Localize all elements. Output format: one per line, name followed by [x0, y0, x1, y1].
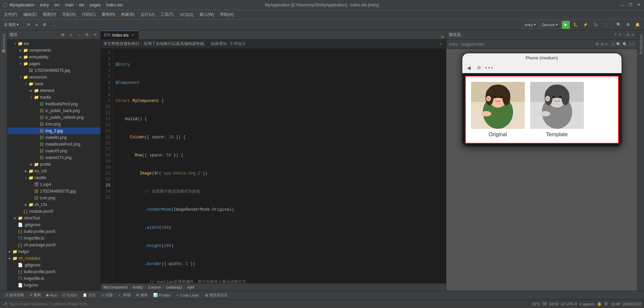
- todo-btn[interactable]: ☑ TODO: [60, 292, 79, 299]
- preview-close-icon[interactable]: ✕: [631, 33, 635, 37]
- tree-collapse-icon[interactable]: ≡: [67, 32, 74, 38]
- phone-rotate-btn[interactable]: ⟳: [475, 64, 483, 72]
- tree-item-ohostest[interactable]: ▶ 📁 ohosTest: [7, 215, 100, 221]
- tab-close-button[interactable]: ✕: [130, 33, 135, 38]
- tree-item-ic-refresh[interactable]: 🖼 ic_public_refresh.png: [7, 114, 100, 121]
- tree-item-gitignore[interactable]: 📄 .gitignore: [7, 221, 100, 228]
- tree-item-watchgt4[interactable]: 🖼 watchGT4.png: [7, 154, 100, 161]
- tree-item-mate60[interactable]: 🖼 mate60.png: [7, 134, 100, 141]
- tree-item-ic-back[interactable]: 🖼 ic_public_back.png: [7, 107, 100, 114]
- menu-build[interactable]: 构建(B): [119, 11, 137, 18]
- menu-refactor[interactable]: 重构(R): [99, 11, 118, 18]
- preview-reset-icon[interactable]: 1:1: [629, 42, 635, 47]
- tree-item-ets[interactable]: ▾ 📁 ets: [7, 40, 100, 47]
- preview-filter-icon[interactable]: ↓: [623, 33, 625, 37]
- breadcrumb-src[interactable]: src: [54, 3, 59, 7]
- log-btn[interactable]: 📋 日志: [81, 292, 98, 299]
- profile-button[interactable]: ⚡: [581, 21, 590, 29]
- services-btn[interactable]: ⚙ 服务: [134, 292, 150, 299]
- project-dropdown[interactable]: ☰ 项目 ▾: [2, 21, 21, 29]
- menu-tools[interactable]: 工具(T): [158, 11, 176, 18]
- settings-gear-btn[interactable]: ⚙: [625, 21, 632, 29]
- tree-item-base[interactable]: ▾ 📁 base: [7, 81, 100, 87]
- code-linter-btn[interactable]: ✓ Code Linter: [174, 292, 201, 299]
- tree-item-resources[interactable]: ▾ 📁 resources: [7, 74, 100, 81]
- tree-item-oh-package[interactable]: { } oh-package.json5: [7, 242, 100, 248]
- tree-item-build-profile-root[interactable]: { } build-profile.json5: [7, 268, 100, 275]
- restore-button[interactable]: ❐: [628, 2, 633, 8]
- tree-item-en-us[interactable]: ▶ 📁 en_US: [7, 168, 100, 174]
- settings-btn[interactable]: ⚙: [41, 21, 48, 29]
- preview-layout-icon[interactable]: ⊞: [601, 42, 604, 47]
- tree-item-oh-modules[interactable]: ▶ 📁 oh_modules: [7, 255, 100, 262]
- tree-item-img2[interactable]: 🖼 img_2.jpg: [7, 127, 100, 134]
- tree-item-mp4[interactable]: 🎬 1.mp4: [7, 181, 100, 188]
- devices-dropdown[interactable]: Devices ▾: [540, 21, 560, 29]
- sync-icon-btn[interactable]: ⟳: [25, 21, 32, 29]
- breadcrumb-padding[interactable]: padding(): [166, 285, 182, 289]
- bookmarks-label[interactable]: Bookmarks: [1, 32, 6, 54]
- version-control-btn[interactable]: ⎇ 版本控制: [2, 292, 26, 299]
- breadcrumb-my-application[interactable]: MyApplication: [9, 3, 35, 7]
- tree-sort-icon[interactable]: ↕: [76, 32, 82, 38]
- menu-view[interactable]: 视图(V): [40, 11, 59, 18]
- phone-more-btn[interactable]: • • •: [485, 64, 493, 72]
- preview-resize-icon[interactable]: ⊡: [611, 42, 615, 47]
- problems-btn[interactable]: ⚠ 问题: [99, 292, 115, 299]
- notifications-sidebar-label[interactable]: Notifications: [638, 32, 644, 57]
- no-more-link[interactable]: 不再提示: [230, 41, 246, 47]
- menu-window[interactable]: 窗口(W): [197, 11, 217, 18]
- preview-refresh-icon[interactable]: ↺: [618, 33, 622, 37]
- tree-item-module-json[interactable]: { } module.json5: [7, 208, 100, 215]
- run-button[interactable]: ▶: [562, 21, 570, 29]
- tree-item-jpg-rawfile[interactable]: 🖼 1702344909275.jpg: [7, 188, 100, 195]
- menu-run[interactable]: 运行(U): [138, 11, 157, 18]
- tree-item-hvigor[interactable]: ▶ 📁 hvigor: [7, 248, 100, 255]
- notification-btn[interactable]: 🔔: [633, 21, 642, 29]
- menu-vcs[interactable]: VCS(S): [177, 12, 196, 18]
- preview-zoom-in-icon[interactable]: 🔍: [616, 42, 621, 47]
- preview-zoom-out-icon[interactable]: 🔍: [623, 42, 628, 47]
- ellipsis-btn[interactable]: …: [50, 21, 57, 29]
- preview-settings-icon[interactable]: T: [614, 33, 617, 37]
- structure-label[interactable]: 结构: [0, 54, 7, 58]
- breadcrumb-index-ets[interactable]: Index.ets: [106, 3, 123, 7]
- align-icon-btn[interactable]: ≡: [34, 21, 40, 29]
- breadcrumb-build[interactable]: build(): [133, 285, 143, 289]
- menu-navigate[interactable]: 导航(N): [59, 11, 79, 18]
- preview-more-icon[interactable]: ⚙: [626, 33, 630, 37]
- entry-dropdown[interactable]: entry ▾: [522, 21, 538, 29]
- breadcrumb-right[interactable]: right: [187, 285, 194, 289]
- tree-item-media[interactable]: ▾ 📁 media: [7, 94, 100, 101]
- tree-close-icon[interactable]: ✕: [92, 32, 98, 38]
- tree-item-profile[interactable]: ▶ 📁 profile: [7, 161, 100, 168]
- close-button[interactable]: ✕: [636, 2, 641, 8]
- search-everywhere-btn[interactable]: 🔍: [614, 21, 623, 29]
- tree-item-hvigorfile-root[interactable]: TS hvigorfile.ts: [7, 275, 100, 282]
- breadcrumb-ets[interactable]: ets: [79, 3, 84, 7]
- tree-item-hvigorw[interactable]: 📄 hvigorw: [7, 282, 100, 289]
- hide-notice-link[interactable]: 隐藏通知: [211, 41, 227, 47]
- tree-item-matebook[interactable]: 🖼 mateBookProX.png: [7, 141, 100, 148]
- tree-item-jpg-pages[interactable]: 🖼 1702344909275.jpg: [7, 67, 100, 74]
- tab-index-ets[interactable]: ETS Index.ets ✕: [101, 31, 139, 39]
- tree-layout-icon[interactable]: ⊞: [59, 32, 66, 38]
- tree-item-components[interactable]: ▶ 📁 components: [7, 47, 100, 54]
- menu-file[interactable]: 文件(F): [1, 11, 20, 18]
- breadcrumb-column[interactable]: Column: [148, 285, 161, 289]
- tree-item-entryability[interactable]: ▶ 📁 entryability: [7, 54, 100, 60]
- tree-item-build-profile[interactable]: { } build-profile.json5: [7, 228, 100, 235]
- refactor-btn[interactable]: ↺ 重构: [28, 292, 43, 299]
- run-bottom-btn[interactable]: ▶ Run: [44, 292, 59, 299]
- code-area[interactable]: 1 2 3 4 5 6 7 8 9 10 11 12 13 14 15 16 1: [101, 48, 446, 283]
- tree-item-pages[interactable]: ▾ 📁 pages: [7, 60, 100, 67]
- code-content[interactable]: @Entry @Component struct MyComponent { b…: [113, 48, 446, 283]
- breadcrumb-mycomponent[interactable]: MyComponent: [103, 285, 128, 289]
- breadcrumb-entry[interactable]: entry: [40, 3, 49, 7]
- tree-item-rawfile[interactable]: ▾ 📁 rawfile: [7, 174, 100, 181]
- menu-help[interactable]: 帮助(H): [217, 11, 236, 18]
- preview-view-dropdown[interactable]: ▾: [605, 42, 607, 47]
- stop-button[interactable]: ⬛: [601, 21, 610, 29]
- tree-item-icon-rawfile[interactable]: 🖼 icon.png: [7, 195, 100, 201]
- breadcrumb-main[interactable]: main: [65, 3, 74, 7]
